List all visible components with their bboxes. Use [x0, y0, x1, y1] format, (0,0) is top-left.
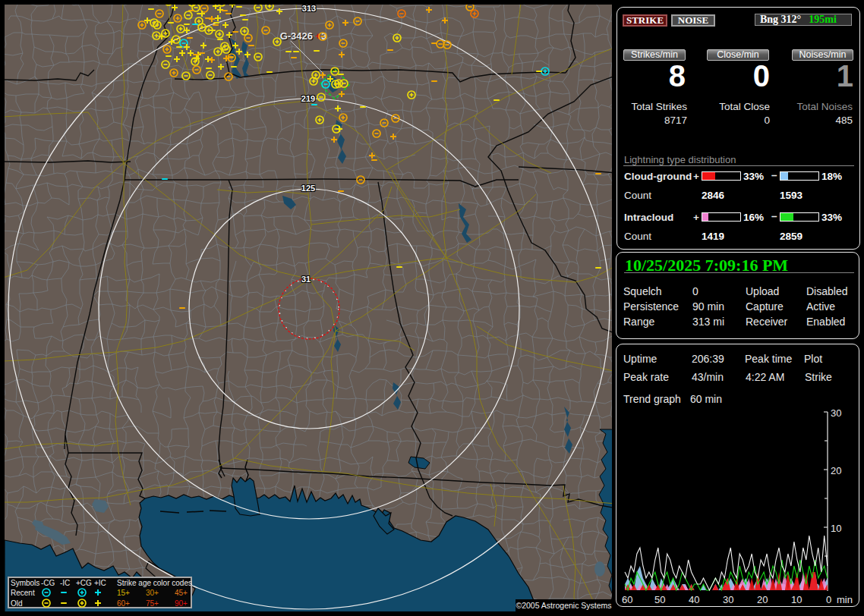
svg-text:60: 60 [622, 594, 632, 605]
svg-text:40: 40 [689, 594, 699, 605]
svg-text:20: 20 [757, 594, 768, 605]
svg-text:219: 219 [301, 94, 315, 103]
svg-text:125: 125 [301, 184, 315, 193]
svg-text:30: 30 [831, 407, 841, 419]
svg-text:min: min [837, 594, 853, 605]
svg-text:G-3426: G-3426 [280, 30, 313, 42]
svg-text:0: 0 [826, 594, 831, 605]
svg-text:30: 30 [723, 594, 733, 605]
svg-text:10: 10 [831, 523, 841, 534]
svg-text:10: 10 [791, 594, 802, 605]
svg-text:50: 50 [654, 594, 665, 605]
svg-text:20: 20 [831, 465, 841, 476]
svg-text:31: 31 [301, 275, 311, 284]
svg-text:313: 313 [302, 5, 316, 13]
